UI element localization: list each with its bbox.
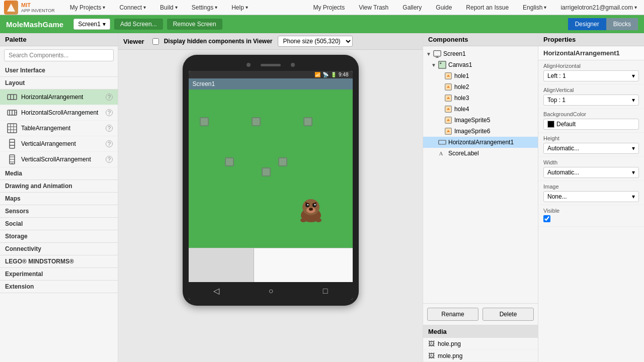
palette-section-connectivity[interactable]: Connectivity xyxy=(0,243,118,255)
prop-image-value[interactable]: None... xyxy=(543,191,639,202)
palette-section-layout[interactable]: Layout xyxy=(0,77,118,89)
nav-settings[interactable]: Settings xyxy=(189,2,220,13)
tree-item-hole2[interactable]: hole2 xyxy=(423,81,538,93)
nav-myprojects2[interactable]: My Projects xyxy=(310,2,348,13)
vsa-help-icon[interactable]: ? xyxy=(106,156,113,163)
palette-section-drawing[interactable]: Drawing and Animation xyxy=(0,180,118,193)
tree-item-hole1[interactable]: hole1 xyxy=(423,70,538,81)
hole-sprite-5 xyxy=(262,167,271,176)
prop-visible-checkbox[interactable] xyxy=(543,215,550,222)
palette-panel: Palette User Interface Layout Horizontal… xyxy=(0,33,118,362)
media-label-mole: mole.png xyxy=(438,352,462,359)
remove-screen-button[interactable]: Remove Screen xyxy=(167,19,222,30)
palette-item-ta[interactable]: TableArrangement ? xyxy=(0,121,118,136)
hsa-help-icon[interactable]: ? xyxy=(106,109,113,116)
nav-viewtrash[interactable]: View Trash xyxy=(356,2,391,13)
va-help-icon[interactable]: ? xyxy=(106,140,113,147)
prop-image: Image None... xyxy=(538,181,644,205)
prop-alignvertical-value[interactable]: Top : 1 xyxy=(543,95,639,106)
palette-section-social[interactable]: Social xyxy=(0,218,118,230)
nav-reportissue[interactable]: Report an Issue xyxy=(463,2,512,13)
prop-width-label: Width xyxy=(543,159,639,165)
tree-item-hole3[interactable]: hole3 xyxy=(423,93,538,104)
prop-alignhorizontal-value[interactable]: Left : 1 xyxy=(543,70,639,81)
nav-gallery[interactable]: Gallery xyxy=(399,2,425,13)
palette-section-extension[interactable]: Extension xyxy=(0,281,118,293)
screen1-label: Screen1 xyxy=(443,50,466,57)
nav-build[interactable]: Build xyxy=(157,2,181,13)
palette-section-userinterface[interactable]: User Interface xyxy=(0,64,118,77)
svg-point-7 xyxy=(314,204,315,206)
palette-item-hsa[interactable]: HorizontalScrollArrangement ? xyxy=(0,105,118,121)
tree-item-imagesprite5[interactable]: ImageSprite5 xyxy=(423,115,538,126)
palette-section-experimental[interactable]: Experimental xyxy=(0,268,118,281)
recent-btn[interactable]: □ xyxy=(323,287,328,296)
palette-section-maps[interactable]: Maps xyxy=(0,193,118,205)
screen-selector[interactable]: Screen1 ▾ xyxy=(73,19,110,30)
palette-item-vsa[interactable]: VerticalScrollArrangement ? xyxy=(0,152,118,167)
va-icon xyxy=(7,139,17,149)
phone-camera xyxy=(247,63,251,67)
vsa-icon xyxy=(7,154,17,164)
ha1-label: HorizontalArrangement1 xyxy=(448,139,514,146)
search-components-input[interactable] xyxy=(4,49,114,61)
palette-item-va[interactable]: VerticalArrangement ? xyxy=(0,136,118,152)
viewer-controls: Display hidden components in Viewer Phon… xyxy=(152,36,353,47)
screen1-icon xyxy=(433,50,441,58)
appbar: MoleMashGame Screen1 ▾ Add Screen... Rem… xyxy=(0,15,644,33)
tree-item-hole4[interactable]: hole4 xyxy=(423,104,538,115)
tree-item-imagesprite6[interactable]: ImageSprite6 xyxy=(423,126,538,137)
rename-button[interactable]: Rename xyxy=(427,308,478,321)
mole-sprite xyxy=(297,195,325,223)
delete-button[interactable]: Delete xyxy=(482,308,534,321)
tree-item-canvas1[interactable]: ▼ Canvas1 xyxy=(423,59,538,70)
canvas-area[interactable] xyxy=(189,89,353,248)
properties-component-name: HorizontalArrangement1 xyxy=(538,46,644,60)
nav-myprojects[interactable]: My Projects xyxy=(67,2,109,13)
blocks-tab[interactable]: Blocks xyxy=(606,18,638,30)
phone-screen: 📶 📡 🔋 9:48 Screen1 xyxy=(189,71,353,300)
bgcolor-swatch xyxy=(547,121,554,128)
palette-section-media[interactable]: Media xyxy=(0,167,118,180)
media-section: Media 🖼 hole.png 🖼 mole.png xyxy=(423,325,538,362)
phone-speaker xyxy=(261,64,281,66)
logo-area: MIT APP INVENTOR xyxy=(4,1,55,15)
nav-language[interactable]: English xyxy=(520,2,549,13)
media-item-mole[interactable]: 🖼 mole.png xyxy=(423,350,538,362)
prop-height-value[interactable]: Automatic... xyxy=(543,143,639,154)
add-screen-button[interactable]: Add Screen... xyxy=(114,19,163,30)
home-btn[interactable]: ○ xyxy=(269,287,274,296)
phone-size-select[interactable]: Phone size (505,320) xyxy=(278,36,353,47)
hole3-label: hole3 xyxy=(454,95,469,102)
ha-label: HorizontalArrangement xyxy=(21,94,102,101)
palette-section-storage[interactable]: Storage xyxy=(0,230,118,243)
palette-section-sensors[interactable]: Sensors xyxy=(0,205,118,218)
nav-user[interactable]: iarrigelotron21@gmail.com xyxy=(557,2,640,13)
components-tree: ▼ Screen1 ▼ Canvas1 hole1 hole2 xyxy=(423,46,538,303)
prop-bgcolor-value[interactable]: Default xyxy=(543,119,639,130)
viewer-title: Viewer xyxy=(123,38,144,45)
back-btn[interactable]: ◁ xyxy=(213,286,219,296)
viewer-panel: Viewer Display hidden components in View… xyxy=(118,33,423,362)
palette-item-ha[interactable]: HorizontalArrangement ? xyxy=(0,89,118,105)
media-item-hole[interactable]: 🖼 hole.png xyxy=(423,338,538,350)
designer-tab[interactable]: Designer xyxy=(568,18,606,30)
tree-item-screen1[interactable]: ▼ Screen1 xyxy=(423,48,538,59)
prop-height-label: Height xyxy=(543,135,639,141)
nav-help[interactable]: Help xyxy=(228,2,251,13)
hsa-label: HorizontalScrollArrangement xyxy=(21,109,102,116)
logo-icon xyxy=(4,1,18,15)
nav-connect[interactable]: Connect xyxy=(116,2,149,13)
ha-help-icon[interactable]: ? xyxy=(106,94,113,101)
prop-width-value[interactable]: Automatic... xyxy=(543,167,639,178)
canvas1-label: Canvas1 xyxy=(448,61,472,68)
palette-section-lego[interactable]: LEGO® MINDSTORMS® xyxy=(0,255,118,268)
display-hidden-checkbox[interactable] xyxy=(152,38,159,45)
nav-guide[interactable]: Guide xyxy=(433,2,455,13)
tree-item-ha1[interactable]: HorizontalArrangement1 xyxy=(423,137,538,148)
ta-help-icon[interactable]: ? xyxy=(106,125,113,132)
tree-item-scorelabel[interactable]: ScoreLabel xyxy=(423,148,538,159)
palette-header: Palette xyxy=(0,33,118,46)
time-display: 9:48 xyxy=(339,72,348,77)
ta-icon xyxy=(7,123,17,133)
